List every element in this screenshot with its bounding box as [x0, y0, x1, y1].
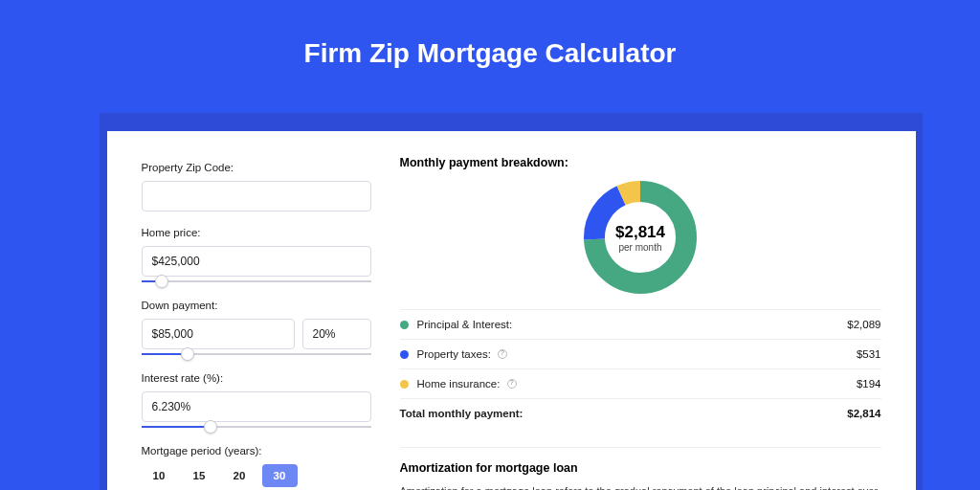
rate-label: Interest rate (%): — [142, 372, 371, 384]
legend-text: Property taxes: — [417, 348, 491, 360]
legend-row-taxes: Property taxes: $531 — [400, 340, 881, 369]
legend-dot-icon — [400, 350, 409, 359]
legend-dot-icon — [400, 380, 409, 389]
zip-input[interactable] — [142, 181, 371, 212]
legend-value: $531 — [857, 348, 881, 360]
period-label: Mortgage period (years): — [142, 445, 371, 457]
down-percent-input[interactable] — [302, 319, 371, 349]
info-icon[interactable] — [498, 349, 507, 359]
donut-sub: per month — [615, 242, 665, 253]
down-label: Down payment: — [142, 300, 371, 311]
amort-title: Amortization for mortgage loan — [400, 461, 881, 475]
down-slider-thumb[interactable] — [181, 347, 194, 361]
calculator-panel: Property Zip Code: Home price: Down paym… — [107, 131, 916, 490]
legend-label: Home insurance: — [417, 378, 857, 390]
form-column: Property Zip Code: Home price: Down paym… — [142, 156, 371, 490]
down-slider[interactable] — [142, 347, 371, 361]
price-slider-thumb[interactable] — [155, 275, 168, 288]
legend-dot-icon — [400, 321, 409, 329]
legend-row-principal: Principal & Interest: $2,089 — [400, 310, 881, 340]
period-30-button[interactable]: 30 — [262, 464, 298, 487]
legend-value: $2,089 — [847, 319, 880, 330]
price-label: Home price: — [142, 227, 371, 238]
zip-label: Property Zip Code: — [142, 162, 371, 173]
period-group: 10 15 20 30 — [142, 464, 371, 487]
rate-slider-thumb[interactable] — [204, 420, 217, 434]
amort-text: Amortization for a mortgage loan refers … — [400, 484, 881, 490]
donut-amount: $2,814 — [615, 223, 665, 242]
period-10-button[interactable]: 10 — [142, 464, 177, 487]
rate-input[interactable] — [142, 391, 371, 422]
period-20-button[interactable]: 20 — [222, 464, 257, 487]
breakdown-column: Monthly payment breakdown: $2,814 per mo… — [400, 156, 881, 490]
legend-row-total: Total monthly payment: $2,814 — [400, 399, 881, 428]
total-value: $2,814 — [847, 408, 880, 419]
calculator-frame: Property Zip Code: Home price: Down paym… — [100, 113, 923, 490]
legend-value: $194 — [857, 378, 881, 390]
rate-slider[interactable] — [142, 420, 371, 434]
breakdown-donut: $2,814 per month — [582, 179, 699, 296]
legend-text: Home insurance: — [417, 378, 501, 390]
total-label: Total monthly payment: — [400, 408, 848, 419]
legend-label: Principal & Interest: — [417, 319, 848, 330]
down-amount-input[interactable] — [142, 319, 295, 349]
breakdown-title: Monthly payment breakdown: — [400, 156, 881, 169]
price-slider[interactable] — [142, 275, 371, 288]
info-icon[interactable] — [507, 379, 517, 389]
legend-label: Property taxes: — [417, 348, 857, 360]
legend-row-insurance: Home insurance: $194 — [400, 369, 881, 399]
amortization-section: Amortization for mortgage loan Amortizat… — [400, 447, 881, 490]
price-input[interactable] — [142, 246, 371, 277]
period-15-button[interactable]: 15 — [182, 464, 217, 487]
legend: Principal & Interest: $2,089 Property ta… — [400, 309, 881, 428]
page-title: Firm Zip Mortgage Calculator — [0, 0, 980, 92]
